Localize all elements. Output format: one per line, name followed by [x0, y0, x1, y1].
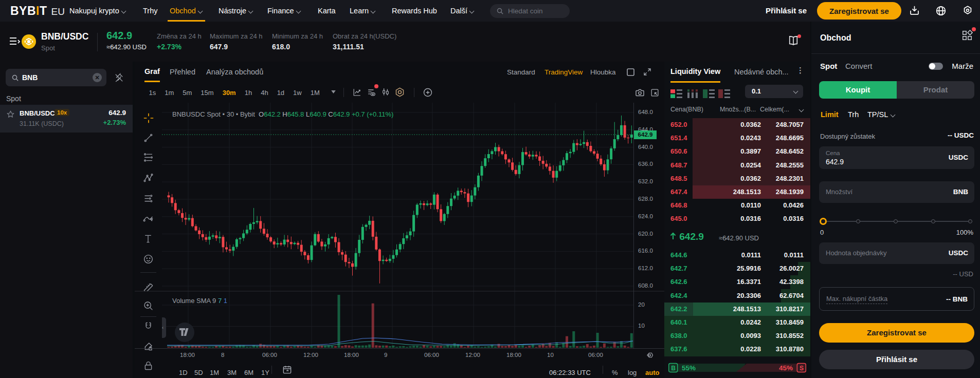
svg-text:S: S — [800, 365, 804, 372]
svg-text:B: B — [671, 365, 676, 372]
svg-text:45%: 45% — [779, 364, 793, 372]
svg-text:55%: 55% — [682, 364, 696, 372]
